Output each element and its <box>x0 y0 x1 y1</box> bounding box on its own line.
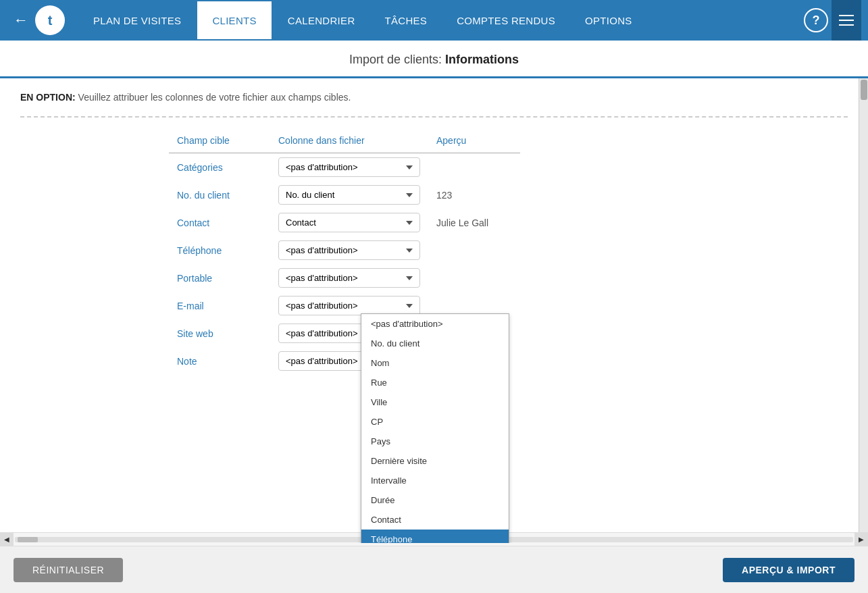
dropdown-item-intervalle[interactable]: Intervalle <box>361 471 509 490</box>
column-select-cell: No. du client <box>270 181 428 209</box>
scroll-left-arrow[interactable]: ◀ <box>0 533 14 544</box>
field-label: Contact <box>169 209 270 236</box>
dropdown-item-ville[interactable]: Ville <box>361 392 509 412</box>
field-label: Portable <box>169 264 270 292</box>
column-select-cell: Contact <box>270 209 428 236</box>
telephone-dropdown: <pas d'attribution> No. du client Nom Ru… <box>361 313 509 543</box>
preview-value <box>428 236 520 264</box>
table-row: Contact Contact Julie Le Gall <box>169 209 520 236</box>
back-button[interactable]: ← <box>7 11 35 29</box>
content-area: EN OPTION: Veuillez attribuer les colonn… <box>0 78 868 543</box>
dropdown-item-contact[interactable]: Contact <box>361 510 509 530</box>
dropdown-item-telephone[interactable]: Téléphone <box>361 530 509 543</box>
table-row: No. du client No. du client 123 <box>169 181 520 209</box>
nav-item-plan[interactable]: PLAN DE VISITES <box>78 0 196 41</box>
nav-right: ? <box>804 0 861 41</box>
navbar: ← t PLAN DE VISITES CLIENTS CALENDRIER T… <box>0 0 868 41</box>
option-text: EN OPTION: Veuillez attribuer les colonn… <box>20 92 848 103</box>
logo: t <box>35 5 65 35</box>
nav-item-comptes[interactable]: COMPTES RENDUS <box>442 0 570 41</box>
nav-item-calendrier[interactable]: CALENDRIER <box>273 0 370 41</box>
portable-select[interactable]: <pas d'attribution> <box>278 268 420 288</box>
dropdown-item-cp[interactable]: CP <box>361 412 509 432</box>
no-client-select[interactable]: No. du client <box>278 185 420 205</box>
dropdown-item-pays[interactable]: Pays <box>361 432 509 451</box>
categories-select[interactable]: <pas d'attribution> <box>278 157 420 177</box>
dropdown-item-duree[interactable]: Durée <box>361 490 509 510</box>
preview-value <box>428 264 520 292</box>
nav-item-options[interactable]: OPTIONS <box>570 0 647 41</box>
table-row: Téléphone <pas d'attribution> <box>169 236 520 264</box>
field-label: Site web <box>169 319 270 347</box>
contact-select[interactable]: Contact <box>278 213 420 232</box>
dropdown-item-pas[interactable]: <pas d'attribution> <box>361 314 509 334</box>
dropdown-item-nom[interactable]: Nom <box>361 353 509 373</box>
field-label: No. du client <box>169 181 270 209</box>
telephone-select[interactable]: <pas d'attribution> <box>278 240 420 260</box>
page-header-prefix: Import de clients: <box>349 53 445 66</box>
field-label: Note <box>169 347 270 375</box>
col-header-preview: Aperçu <box>428 131 520 153</box>
preview-value <box>428 153 520 182</box>
nav-items: PLAN DE VISITES CLIENTS CALENDRIER TÂCHE… <box>78 0 804 41</box>
scroll-thumb <box>861 80 867 100</box>
dropdown-item-no-client[interactable]: No. du client <box>361 334 509 353</box>
help-button[interactable]: ? <box>804 8 828 32</box>
option-description: Veuillez attribuer les colonnes de votre… <box>76 92 351 103</box>
table-row: Catégories <pas d'attribution> <box>169 153 520 182</box>
scroll-indicator[interactable] <box>859 78 868 543</box>
column-select-cell: <pas d'attribution> <box>270 153 428 182</box>
preview-value: Julie Le Gall <box>428 209 520 236</box>
dropdown-item-derniere[interactable]: Dernière visite <box>361 451 509 471</box>
nav-item-taches[interactable]: TÂCHES <box>370 0 442 41</box>
col-header-column: Colonne dans fichier <box>270 131 428 153</box>
page-header-title: Informations <box>445 53 519 66</box>
field-label: Téléphone <box>169 236 270 264</box>
option-label: EN OPTION: <box>20 92 76 103</box>
col-header-field: Champ cible <box>169 131 270 153</box>
column-select-cell: <pas d'attribution> <box>270 264 428 292</box>
dashed-separator <box>20 116 848 118</box>
menu-button[interactable] <box>832 0 861 41</box>
table-row: Portable <pas d'attribution> <box>169 264 520 292</box>
nav-item-clients[interactable]: CLIENTS <box>196 0 272 41</box>
field-label: E-mail <box>169 292 270 319</box>
column-select-cell: <pas d'attribution> <box>270 236 428 264</box>
email-select[interactable]: <pas d'attribution> <box>278 296 420 315</box>
preview-value: 123 <box>428 181 520 209</box>
scroll-right-arrow[interactable]: ▶ <box>854 533 868 544</box>
field-label: Catégories <box>169 153 270 182</box>
page-header: Import de clients: Informations <box>0 41 868 78</box>
dropdown-item-rue[interactable]: Rue <box>361 373 509 392</box>
